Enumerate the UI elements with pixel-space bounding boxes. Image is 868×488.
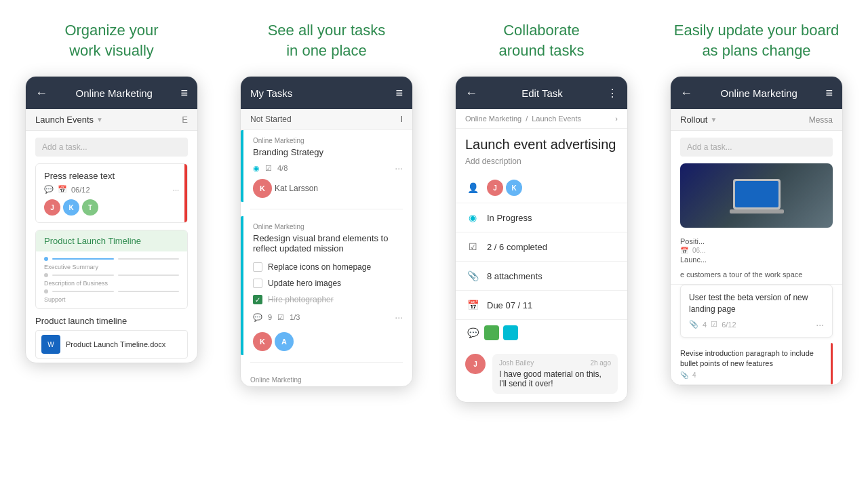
subtask-list: Replace icons on homepage Update hero im… [243,259,412,308]
phone-update-title: Online Marketing [721,87,797,99]
phone-organize-header: ← Online Marketing ≡ [26,77,197,109]
tl-row-3 [44,289,179,293]
status-circle-icon: ◉ [465,210,480,225]
more-tasks: Online Marketing [241,369,412,384]
redesign-avatars: K A [243,332,412,351]
file-name: Product Launch Timeline.docx [66,340,165,348]
tl-label-1: Executive Summary [44,264,179,270]
subtask-meta: 💬 9 ☑ 1/3 [253,313,300,322]
comment-bubble: Josh Bailey 2h ago I have good material … [492,354,618,394]
file-item[interactable]: W Product Launch Timeline.docx [35,330,188,359]
status-badge: In Progress [487,213,532,223]
feature-title-collaborate: Collaborate around tasks [499,20,585,61]
avatar-3: T [82,199,98,216]
press-release-task[interactable]: Press release text 💬 📅 06/12 ··· J K T [35,163,188,223]
due-date-label: Due 07 / 11 [487,300,532,310]
branding-count: 4/8 [277,164,288,172]
redesign-avatar-1: K [253,332,272,351]
dots-icon[interactable]: ··· [173,186,179,194]
attachments-label: 8 attachments [487,271,542,281]
phone-collaborate-header: ← Edit Task ⋮ [456,77,627,109]
feature-title-update: Easily update your board as plans change [674,20,839,61]
add-description[interactable]: Add description [456,155,627,173]
status-row: ◉ In Progress [456,203,627,232]
subtask-dots[interactable]: ··· [395,312,403,323]
back-icon-2[interactable]: ← [465,86,477,100]
branding-dots[interactable]: ··· [395,163,403,174]
branding-task-footer: ◉ ☑ 4/8 ··· [253,163,403,174]
divider-1 [250,209,403,209]
divider-2 [250,362,403,363]
check-icon-2: ☑ [277,313,284,322]
dots-icon-2[interactable]: ⋮ [607,87,618,100]
avatar-1: J [44,199,60,216]
phone-collaborate: ← Edit Task ⋮ Online Marketing / Launch … [455,76,628,403]
completed-label: 2 / 6 completed [487,242,547,252]
edit-task-title: Edit Task [521,87,563,99]
features-row: Organize your work visually ← Online Mar… [14,20,854,403]
back-icon-3[interactable]: ← [680,86,692,100]
red-accent-bar [831,343,833,385]
due-date-row: 📅 Due 07 / 11 [456,291,627,320]
menu-icon[interactable]: ≡ [180,86,188,100]
rollout-label[interactable]: Rollout ▼ [680,115,717,125]
msg-title: User test the beta version of new landin… [689,292,824,315]
tl-label-3: Support [44,296,179,303]
color-tag-green [484,325,499,340]
date-label: 📅06... [671,247,842,256]
phone-organize: ← Online Marketing ≡ Launch Events ▼ E A… [25,76,198,363]
tl-row-1 [44,257,179,261]
subtask-label-3: Hire photographer [268,295,334,304]
checkbox-3[interactable]: ✓ [253,295,262,304]
comment-author: Josh Bailey [499,359,534,367]
image-card [680,163,833,228]
checkbox-1[interactable] [253,262,262,272]
paperclip-icon: 📎 [465,268,480,283]
checkbox-2[interactable] [253,279,262,288]
msg-footer: 📎 4 ☑ 6/12 ··· [689,319,824,330]
message-label: Messa [809,115,833,125]
add-task-input[interactable]: Add a task... [35,138,188,157]
phone-tasks-header: My Tasks ≡ [241,77,412,109]
redesign-task-group: Online Marketing Redesign visual brand e… [243,216,412,253]
update-menu-icon[interactable]: ≡ [825,86,833,100]
msg-dots[interactable]: ··· [816,319,824,330]
attach-icon: 📎 [689,320,698,329]
file-section: Product launch timeline W Product Launch… [35,316,188,359]
customers-text: e customers a tour of the work space [671,268,842,285]
breadcrumb-arrow: › [615,115,618,123]
tasks-menu-icon[interactable]: ≡ [395,86,403,100]
tl-line [52,258,114,260]
attachments-row: 📎 8 attachments [456,262,627,291]
update-task-text: Revise introduction paragraph to include… [680,348,826,369]
comment-avatar: J [465,354,486,374]
tl-dot-2 [44,273,48,277]
color-tags-row: 💬 [456,320,627,346]
breadcrumb-launch: Launch Events [532,115,581,123]
collab-avatar-1: J [487,180,503,196]
branding-task-group: Online Marketing Branding Strategy ◉ ☑ 4… [243,130,412,202]
feature-organize: Organize your work visually ← Online Mar… [14,20,210,363]
update-task-input[interactable]: Add a task... [680,138,833,157]
tl-row-2 [44,273,179,277]
subtask-label-2: Update hero images [268,279,341,288]
task-date: 06/12 [71,186,90,194]
tl-line-gray [118,258,180,260]
redesign-group: Online Marketing Redesign visual brand e… [243,216,412,355]
launch-events-label[interactable]: Launch Events ▼ [35,115,103,125]
calendar-icon: 📅 [58,185,67,194]
assignee-name: Kat Larsson [275,184,318,193]
branding-avatar-row: K Kat Larsson [253,179,403,198]
laptop-icon [730,176,784,216]
comment-text: I have good material on this, I'll send … [499,369,611,388]
feature-tasks: See all your tasks in one place My Tasks… [229,20,425,387]
update-task-item: Revise introduction paragraph to include… [680,343,833,386]
redesign-task-row: Online Marketing Redesign visual brand e… [241,216,412,355]
update-attach-icon: 📎 [680,371,688,379]
tag-icon: 💬 [465,325,480,340]
timeline-body: Executive Summary Description of Busines… [36,251,187,308]
svg-rect-2 [730,209,784,214]
back-icon[interactable]: ← [35,86,47,100]
tl-dot [44,257,48,261]
launch-event-title: Launch event advertising [456,129,627,155]
